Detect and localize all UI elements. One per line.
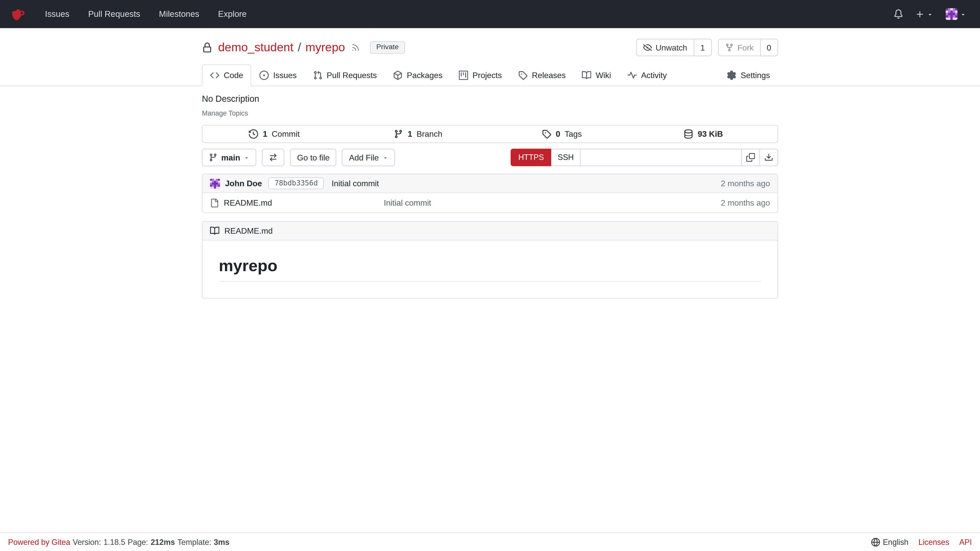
globe-icon	[871, 537, 880, 546]
tab-wiki[interactable]: Wiki	[574, 64, 619, 86]
repo-name-link[interactable]: myrepo	[305, 41, 345, 54]
stat-value: 0	[555, 129, 560, 139]
stat-tags[interactable]: 0 Tags	[490, 129, 634, 139]
git-branch-icon	[209, 153, 218, 162]
bell-icon	[894, 10, 903, 19]
forks-count-button[interactable]: 0	[760, 39, 778, 56]
api-link[interactable]: API	[959, 537, 972, 546]
ssh-clone-button[interactable]: SSH	[552, 149, 581, 166]
package-icon	[393, 71, 402, 80]
history-icon	[249, 129, 259, 139]
branch-selector[interactable]: main	[202, 149, 256, 166]
top-navbar: Issues Pull Requests Milestones Explore	[0, 0, 980, 28]
stat-value: 1	[407, 129, 412, 139]
gitea-logo-icon	[10, 6, 25, 22]
add-file-dropdown[interactable]: Add File	[342, 149, 395, 166]
readme-panel: README.md myrepo	[202, 221, 778, 299]
create-new-dropdown[interactable]	[912, 6, 938, 22]
template-time-value: 3ms	[214, 537, 229, 546]
stat-value: 93 KiB	[698, 129, 723, 139]
tab-label: Projects	[473, 71, 502, 80]
stat-commits[interactable]: 1 Commit	[202, 129, 346, 139]
tab-settings[interactable]: Settings	[719, 64, 778, 86]
compare-arrows-icon	[269, 153, 278, 162]
licenses-link[interactable]: Licenses	[918, 537, 950, 546]
powered-by-link[interactable]: Powered by Gitea	[8, 537, 70, 546]
clone-url-input[interactable]	[581, 149, 742, 166]
commit-message-link[interactable]: Initial commit	[331, 179, 379, 188]
tab-releases[interactable]: Releases	[510, 64, 574, 86]
tab-projects[interactable]: Projects	[451, 64, 510, 86]
plus-icon	[916, 10, 924, 18]
language-label: English	[883, 537, 908, 546]
footer-links: English Licenses API	[871, 537, 972, 546]
project-board-icon	[458, 71, 468, 80]
readme-title: README.md	[224, 226, 272, 236]
repo-title-separator: /	[298, 41, 301, 54]
go-to-file-button[interactable]: Go to file	[290, 149, 336, 166]
watchers-count-button[interactable]: 1	[694, 39, 712, 56]
commit-sha-button[interactable]: 78bdb3356d	[268, 177, 324, 189]
user-menu-dropdown[interactable]	[941, 4, 970, 24]
footer-meta: Powered by Gitea Version: 1.18.5 Page: 2…	[8, 537, 229, 546]
version-label: Version:	[73, 537, 101, 546]
nav-explore[interactable]: Explore	[210, 6, 254, 22]
unwatch-label: Unwatch	[655, 43, 687, 52]
current-branch: main	[221, 153, 240, 162]
notifications-button[interactable]	[889, 6, 907, 22]
page-time-label: Page:	[127, 537, 148, 546]
manage-topics-link[interactable]: Manage Topics	[202, 110, 248, 117]
commit-author-link[interactable]: John Doe	[225, 179, 262, 188]
fork-button-group: Fork 0	[718, 39, 778, 56]
download-dropdown[interactable]	[760, 149, 778, 166]
stat-value: 1	[263, 129, 267, 139]
https-clone-button[interactable]: HTTPS	[511, 149, 552, 166]
tab-pull-requests[interactable]: Pull Requests	[305, 64, 385, 86]
pull-request-icon	[313, 71, 322, 80]
download-icon	[764, 153, 773, 162]
tab-packages[interactable]: Packages	[385, 64, 450, 86]
tab-code[interactable]: Code	[202, 64, 251, 86]
version-value: 1.18.5	[103, 537, 125, 546]
language-dropdown[interactable]: English	[871, 537, 908, 546]
gitea-logo[interactable]	[10, 6, 25, 22]
book-icon	[582, 71, 591, 80]
stat-branches[interactable]: 1 Branch	[346, 129, 490, 139]
repo-header: demo_student / myrepo Private Unwatch 1	[0, 28, 980, 86]
repo-owner-link[interactable]: demo_student	[218, 41, 293, 54]
readme-header: README.md	[202, 222, 777, 240]
add-file-label: Add File	[349, 153, 379, 162]
tab-activity[interactable]: Activity	[619, 64, 675, 86]
repo-description: No Description	[202, 94, 778, 103]
stat-label: Branch	[417, 129, 442, 139]
compare-button[interactable]	[262, 149, 285, 166]
copy-url-button[interactable]	[742, 149, 760, 166]
nav-pull-requests[interactable]: Pull Requests	[81, 6, 148, 22]
file-link[interactable]: README.md	[210, 198, 384, 207]
readme-heading: myrepo	[219, 256, 761, 282]
chevron-down-icon	[960, 11, 966, 17]
nav-milestones[interactable]: Milestones	[151, 6, 207, 22]
stat-label: Tags	[565, 129, 582, 139]
issue-icon	[259, 71, 269, 80]
tab-label: Packages	[407, 71, 442, 80]
file-table: John Doe 78bdb3356d Initial commit 2 mon…	[202, 174, 778, 213]
rss-icon	[351, 43, 360, 52]
tab-issues[interactable]: Issues	[251, 64, 305, 86]
navbar-right	[889, 4, 970, 24]
tab-label: Code	[224, 71, 243, 80]
book-icon	[210, 226, 220, 236]
rss-feed-button[interactable]	[351, 43, 360, 52]
repo-tabs-strip: Code Issues Pull Requests Packages	[0, 64, 980, 86]
stat-repo-size[interactable]: 93 KiB	[634, 129, 777, 139]
code-toolbar: main Go to file Add File HTTPS SSH	[202, 149, 778, 166]
repo-actions: Unwatch 1 Fork 0	[636, 39, 778, 56]
fork-button[interactable]: Fork	[718, 39, 760, 56]
navbar-left: Issues Pull Requests Milestones Explore	[10, 6, 254, 22]
unwatch-button[interactable]: Unwatch	[636, 39, 694, 56]
gear-icon	[727, 71, 736, 80]
nav-issues[interactable]: Issues	[38, 6, 77, 22]
file-commit-message-link[interactable]: Initial commit	[384, 198, 721, 207]
repo-main: No Description Manage Topics 1 Commit 1 …	[0, 86, 980, 532]
copy-icon	[746, 153, 755, 162]
